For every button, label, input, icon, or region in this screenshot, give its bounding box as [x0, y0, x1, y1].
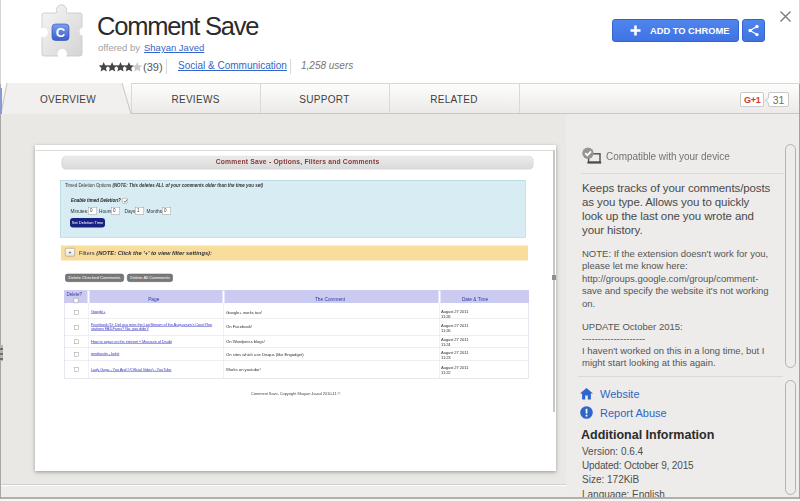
svg-text:C: C — [56, 25, 66, 40]
